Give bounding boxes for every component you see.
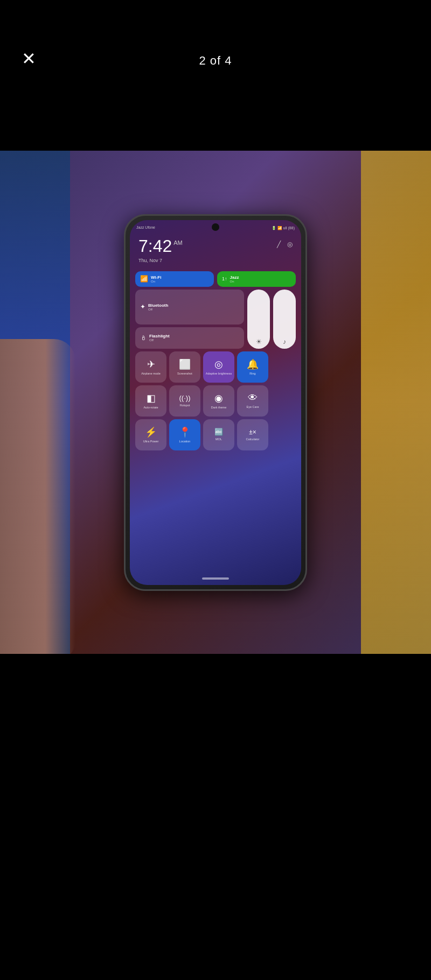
- mol-tile[interactable]: 🔤 MOL: [203, 419, 234, 450]
- jazz-sub: On: [230, 280, 239, 283]
- tile-row-1: 📶 Wi-Fi On 1↑ Jazz On: [135, 271, 296, 287]
- wifi-icon: 📶: [140, 275, 148, 283]
- flashlight-tile[interactable]: 🕯 Flashlight Off: [135, 327, 244, 349]
- calculator-label: Calculator: [246, 438, 260, 441]
- airplane-label: Airplane mode: [141, 372, 160, 376]
- calculator-icon: ±×: [249, 428, 256, 436]
- volume-icon: ♪: [283, 338, 286, 346]
- hotspot-icon: ((·)): [179, 394, 191, 402]
- calculator-tile[interactable]: ±× Calculator: [237, 419, 268, 450]
- sliders-pair: ☀ ♪: [247, 290, 296, 349]
- bluetooth-tile[interactable]: ✦ Bluetooth Off: [135, 290, 244, 325]
- auto-rotate-label: Auto-rotate: [143, 406, 158, 410]
- bt-slider-row: ✦ Bluetooth Off 🕯 Flashlight Off: [135, 290, 296, 349]
- mol-label: MOL: [215, 438, 222, 441]
- jazz-icon: 1↑: [222, 276, 227, 281]
- phone-screen: Jazz Ufone 🔋 📶 ull (88) 7:42 AM Thu, Nov…: [130, 220, 301, 585]
- eye-care-label: Eye Care: [247, 405, 259, 409]
- camera-notch: [212, 223, 219, 231]
- ring-label: Ring: [249, 372, 255, 376]
- home-indicator[interactable]: [202, 577, 229, 580]
- bluetooth-text: Bluetooth Off: [148, 303, 168, 311]
- image-counter: 2 of 4: [199, 54, 232, 68]
- hotspot-tile[interactable]: ((·)) Hotspot: [169, 385, 200, 417]
- status-icons: 🔋 📶 ull (88): [272, 226, 295, 230]
- location-tile[interactable]: 📍 Location: [169, 419, 200, 450]
- phone-device: Jazz Ufone 🔋 📶 ull (88) 7:42 AM Thu, Nov…: [124, 214, 307, 591]
- close-button[interactable]: ✕: [22, 48, 36, 69]
- jazz-label: Jazz: [230, 275, 239, 280]
- icon-tiles-row-1: ✈ Airplane mode ⬜ Screenshot ◎ Adaptive …: [135, 351, 296, 383]
- adaptive-brightness-icon: ◎: [214, 358, 223, 370]
- screenshot-icon: ⬜: [179, 358, 191, 370]
- airplane-icon: ✈: [147, 358, 155, 370]
- eye-care-tile[interactable]: 👁 Eye Care: [237, 385, 268, 417]
- ultra-power-tile[interactable]: ⚡ Ultra Power: [135, 419, 166, 450]
- wifi-tile[interactable]: 📶 Wi-Fi On: [135, 271, 214, 287]
- time-area: 7:42 AM: [138, 237, 183, 255]
- dark-theme-icon: ◉: [214, 392, 223, 404]
- icon-tiles-row-3: ⚡ Ultra Power 📍 Location 🔤 MOL ±× Calcul…: [135, 419, 296, 450]
- wifi-text: Wi-Fi On: [151, 275, 161, 283]
- settings-icon: ◎: [287, 241, 293, 248]
- adaptive-brightness-tile[interactable]: ◎ Adaptive brightness: [203, 351, 234, 383]
- bluetooth-label: Bluetooth: [148, 303, 168, 308]
- adaptive-brightness-label: Adaptive brightness: [206, 372, 232, 376]
- top-bar: ✕ 2 of 4: [0, 0, 431, 151]
- mol-icon: 🔤: [214, 428, 223, 436]
- location-label: Location: [179, 440, 191, 443]
- dark-theme-label: Dark theme: [211, 406, 226, 410]
- dark-theme-tile[interactable]: ◉ Dark theme: [203, 385, 234, 417]
- carrier-label: Jazz Ufone: [136, 225, 155, 230]
- tiles-area: 📶 Wi-Fi On 1↑ Jazz On: [135, 271, 296, 453]
- auto-rotate-tile[interactable]: ◧ Auto-rotate: [135, 385, 166, 417]
- time-icons-area: ╱ ◎: [277, 241, 293, 248]
- hand-left: [0, 339, 75, 654]
- bg-right-decor: [361, 151, 431, 654]
- ultra-power-label: Ultra Power: [143, 440, 159, 443]
- volume-slider[interactable]: ♪: [273, 290, 296, 349]
- wifi-sub: On: [151, 280, 161, 283]
- date-display: Thu, Nov 7: [138, 258, 162, 263]
- auto-rotate-icon: ◧: [147, 392, 156, 404]
- ultra-power-icon: ⚡: [145, 426, 157, 438]
- flashlight-icon: 🕯: [140, 334, 147, 342]
- flashlight-label: Flashlight: [149, 334, 170, 339]
- bottom-area: [0, 654, 431, 980]
- bluetooth-icon: ✦: [140, 303, 145, 311]
- location-icon: 📍: [179, 426, 191, 438]
- icon-tiles-row-2: ◧ Auto-rotate ((·)) Hotspot ◉ Dark theme…: [135, 385, 296, 417]
- hotspot-label: Hotspot: [180, 404, 190, 407]
- ring-icon: 🔔: [247, 358, 259, 370]
- airplane-tile[interactable]: ✈ Airplane mode: [135, 351, 166, 383]
- screenshot-tile[interactable]: ⬜ Screenshot: [169, 351, 200, 383]
- edit-icon: ╱: [277, 241, 281, 248]
- wifi-label: Wi-Fi: [151, 275, 161, 280]
- bt-flash-col: ✦ Bluetooth Off 🕯 Flashlight Off: [135, 290, 244, 349]
- eye-care-icon: 👁: [248, 392, 258, 404]
- ring-tile[interactable]: 🔔 Ring: [237, 351, 268, 383]
- brightness-slider[interactable]: ☀: [247, 290, 270, 349]
- time-display: 7:42: [138, 237, 172, 255]
- flashlight-text: Flashlight Off: [149, 334, 170, 342]
- photo-area: Jazz Ufone 🔋 📶 ull (88) 7:42 AM Thu, Nov…: [0, 151, 431, 654]
- brightness-icon: ☀: [256, 338, 262, 346]
- screenshot-label: Screenshot: [177, 372, 192, 376]
- time-suffix: AM: [173, 239, 183, 246]
- jazz-text: Jazz On: [230, 275, 239, 283]
- flashlight-sub: Off: [149, 339, 170, 342]
- jazz-tile[interactable]: 1↑ Jazz On: [217, 271, 296, 287]
- bluetooth-sub: Off: [148, 308, 168, 311]
